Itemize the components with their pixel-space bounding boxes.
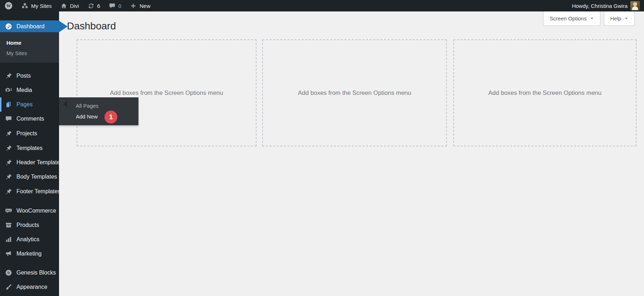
empty-widget-container: Add boxes from the Screen Options menu <box>77 39 257 146</box>
sidebar-item-label: Posts <box>16 73 31 79</box>
wordpress-admin-screen: WMy SitesDivi60New Howdy, Christina Gwir… <box>0 0 644 296</box>
products-icon <box>5 222 12 229</box>
woo-icon: Woo <box>5 207 12 214</box>
sidebar-item-label: Header Templates <box>16 159 63 166</box>
my-sites-label: My Sites <box>31 3 52 9</box>
empty-container-text: Add boxes from the Screen Options menu <box>488 89 602 97</box>
media-icon <box>5 87 12 94</box>
svg-text:G: G <box>8 271 10 275</box>
help-label: Help <box>610 15 621 21</box>
marketing-icon <box>5 250 12 257</box>
wordpress-logo-icon: W <box>4 1 13 10</box>
flyout-item-all-pages[interactable]: All Pages <box>59 101 138 111</box>
admin-bar-left: WMy SitesDivi60New <box>0 0 155 11</box>
updates-label: 6 <box>97 3 100 9</box>
gauge-icon <box>5 23 12 30</box>
new-button[interactable]: New <box>126 0 155 11</box>
sidebar-item-label: Templates <box>16 145 43 151</box>
sidebar-item-label: Appearance <box>16 284 47 290</box>
dashboard-submenu: HomeMy Sites <box>0 32 59 63</box>
sidebar-item-genesis-blocks[interactable]: GGenesis Blocks <box>0 266 59 280</box>
home-icon <box>60 3 67 9</box>
sidebar-item-label: Media <box>16 87 32 93</box>
sidebar-item-dashboard[interactable]: Dashboard <box>0 20 59 32</box>
sidebar-item-label: WooCommerce <box>16 208 56 214</box>
sidebar-item-body-templates[interactable]: Body Templates <box>0 170 59 184</box>
admin-bar-right: Howdy, Christina Gwira <box>567 0 644 11</box>
update-icon <box>88 3 94 9</box>
flyout-item-add-new[interactable]: Add New <box>59 111 138 122</box>
page-title: Dashboard <box>67 20 116 32</box>
comment-icon <box>5 115 12 122</box>
pin-icon <box>5 173 12 180</box>
sidebar-item-analytics[interactable]: Analytics <box>0 232 59 247</box>
admin-bar: WMy SitesDivi60New Howdy, Christina Gwir… <box>0 0 644 11</box>
pin-icon <box>5 188 12 195</box>
sidebar-item-label: Pages <box>16 101 33 108</box>
plus-icon <box>130 3 137 9</box>
help-button[interactable]: Help <box>604 11 635 26</box>
updates-button[interactable]: 6 <box>83 0 104 11</box>
sidebar-item-header-templates[interactable]: Header Templates <box>0 155 59 170</box>
genesis-icon: G <box>5 269 12 276</box>
sidebar-item-label: Comments <box>16 116 44 122</box>
account-menu[interactable]: Howdy, Christina Gwira <box>567 0 644 11</box>
sidebar-item-pages[interactable]: Pages <box>0 97 59 112</box>
active-item-arrow <box>59 21 68 32</box>
submenu-item-home[interactable]: Home <box>0 38 59 48</box>
empty-container-text: Add boxes from the Screen Options menu <box>110 89 223 97</box>
comment-icon <box>109 3 116 9</box>
sidebar-item-label: Projects <box>16 130 37 137</box>
pin-icon <box>5 145 12 152</box>
comments-label: 0 <box>118 3 121 9</box>
sidebar-item-label: Products <box>16 222 39 228</box>
sidebar-item-media[interactable]: Media <box>0 83 59 97</box>
empty-container-text: Add boxes from the Screen Options menu <box>298 89 411 97</box>
sidebar-item-label: Body Templates <box>16 174 57 180</box>
sidebar-item-woocommerce[interactable]: WooWooCommerce <box>0 204 59 218</box>
avatar <box>630 1 640 10</box>
sidebar-item-label: Analytics <box>16 236 39 243</box>
sidebar-item-marketing[interactable]: Marketing <box>0 247 59 261</box>
site-divi-label: Divi <box>70 3 79 9</box>
comments-button[interactable]: 0 <box>104 0 126 11</box>
my-sites-button[interactable]: My Sites <box>17 0 56 11</box>
sidebar-item-appearance[interactable]: Appearance <box>0 280 59 294</box>
pin-icon <box>5 130 12 137</box>
screen-options-label: Screen Options <box>550 15 586 21</box>
empty-widget-container: Add boxes from the Screen Options menu <box>453 39 636 146</box>
step-badge: 1 <box>104 111 117 123</box>
chevron-down-icon <box>624 16 628 20</box>
sidebar-item-label: Genesis Blocks <box>16 270 56 276</box>
sidebar-item-products[interactable]: Products <box>0 218 59 232</box>
appearance-icon <box>5 283 12 291</box>
sidebar-item-footer-templates[interactable]: Footer Templates <box>0 184 59 199</box>
new-label: New <box>140 3 150 9</box>
sidebar-item-label: Footer Templates <box>16 188 60 195</box>
submenu-item-my-sites[interactable]: My Sites <box>0 48 59 58</box>
screen-options-button[interactable]: Screen Options <box>543 11 600 26</box>
sidebar-item-posts[interactable]: Posts <box>0 69 59 83</box>
network-sites-icon <box>21 3 28 9</box>
howdy-text: Howdy, Christina Gwira <box>572 3 628 9</box>
sidebar-item-label: Marketing <box>16 251 42 257</box>
svg-text:Woo: Woo <box>6 209 11 212</box>
admin-sidebar: Dashboard HomeMy Sites PostsMediaPagesCo… <box>0 11 59 296</box>
sidebar-item-label: Dashboard <box>16 23 44 30</box>
empty-widget-container: Add boxes from the Screen Options menu <box>262 39 447 146</box>
pin-icon <box>5 159 12 166</box>
sidebar-item-templates[interactable]: Templates <box>0 141 59 155</box>
svg-text:W: W <box>6 3 11 8</box>
chevron-down-icon <box>590 16 594 20</box>
pin-icon <box>5 72 12 79</box>
pages-icon <box>5 101 12 108</box>
pages-flyout-menu: All PagesAdd New1 <box>59 97 138 125</box>
sidebar-item-projects[interactable]: Projects <box>0 126 59 141</box>
analytics-icon <box>5 236 12 243</box>
site-divi-button[interactable]: Divi <box>56 0 83 11</box>
wp-logo-button[interactable]: W <box>0 0 17 11</box>
sidebar-item-comments[interactable]: Comments <box>0 112 59 126</box>
